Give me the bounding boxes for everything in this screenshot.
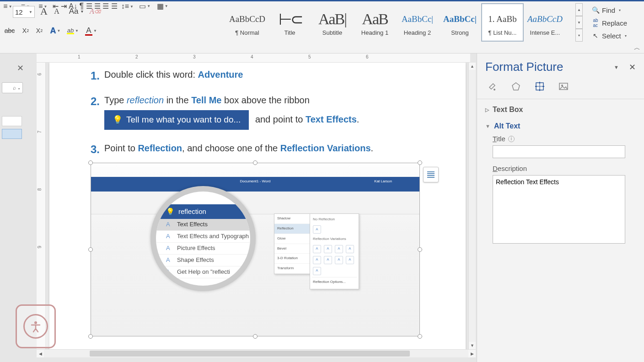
change-case-button[interactable]: Aa▼ — [68, 5, 85, 18]
navigation-search[interactable]: ⌕ ▾ — [2, 82, 23, 93]
style-name: Subtitle — [322, 29, 342, 36]
resize-handle[interactable] — [418, 160, 422, 165]
ruler-mark: 2 — [135, 54, 138, 59]
style-tile[interactable]: AaBHeading 1 — [354, 3, 396, 42]
chevron-down-icon: ▼ — [57, 29, 61, 33]
chevron-down-icon: ▾ — [625, 34, 627, 38]
scroll-left-button[interactable]: ◀ — [37, 350, 44, 357]
text-effects-button[interactable]: A▼ — [48, 24, 63, 37]
fill-tab[interactable] — [485, 80, 499, 93]
accessibility-badge[interactable] — [16, 304, 56, 348]
select-button[interactable]: ↖ Select ▾ — [590, 30, 628, 42]
section-header-textbox[interactable]: ▷ Text Box — [485, 104, 636, 116]
tell-me-pill: 💡 Tell me what you want to do... — [104, 110, 249, 129]
scroll-right-button[interactable]: ▶ — [468, 350, 476, 357]
tell-me-search: 💡 reflection — [154, 204, 252, 219]
tell-me-item: APicture Effects — [156, 243, 250, 255]
navigation-pane: ✕ ⌕ ▾ — [0, 59, 27, 155]
layout-options-button[interactable] — [423, 167, 439, 182]
picture-tab[interactable] — [557, 80, 570, 93]
style-tile[interactable]: AaBbCcD¶ Normal — [226, 3, 268, 42]
info-icon[interactable]: i — [508, 136, 515, 142]
find-button[interactable]: 🔍 Find ▾ — [590, 4, 623, 16]
flyout-item: Glow — [274, 234, 310, 244]
font-size-value: 12 — [15, 8, 23, 16]
list-item: 2. Type reflection in the Tell Me box ab… — [91, 93, 434, 132]
scroll-down-button[interactable]: ▼ — [469, 342, 476, 349]
ruler-mark: 1 — [78, 54, 80, 59]
search-icon: 🔍 — [592, 6, 599, 14]
ruler-mark: 6 — [366, 54, 369, 59]
styles-scroll-down[interactable]: ▼ — [575, 16, 583, 29]
pane-options-button[interactable]: ▼ — [614, 64, 619, 70]
scroll-up-button[interactable]: ▲ — [469, 63, 476, 70]
flyout-item: 3-D Rotation — [274, 254, 310, 264]
superscript-button[interactable]: X2 — [33, 24, 46, 37]
style-tile[interactable]: ⊢⊂Title — [268, 3, 311, 42]
styles-scroll-up[interactable]: ▲ — [575, 3, 583, 16]
style-name: ¶ List Nu... — [488, 29, 517, 36]
scroll-thumb[interactable] — [90, 351, 410, 357]
close-icon[interactable]: ✕ — [629, 62, 636, 72]
replace-icon: abac — [592, 19, 599, 27]
alt-text-title-input[interactable] — [493, 145, 625, 158]
line-spacing-button[interactable]: ↕≡▼ — [119, 2, 135, 11]
resize-handle[interactable] — [418, 247, 422, 252]
resize-handle[interactable] — [88, 334, 93, 339]
vertical-scrollbar[interactable]: ▲ ▼ — [468, 63, 476, 349]
nav-result-item[interactable] — [2, 116, 22, 126]
shrink-font-button[interactable]: A — [51, 5, 62, 18]
chevron-down-icon: ▾ — [619, 8, 621, 12]
document-area[interactable]: 1. Double click this word: Adventure 2. … — [46, 63, 470, 349]
resize-handle[interactable] — [418, 334, 422, 339]
ruler-mark: 5 — [308, 54, 311, 59]
document-content[interactable]: 1. Double click this word: Adventure 2. … — [49, 63, 466, 346]
svg-rect-0 — [427, 171, 435, 172]
selected-picture[interactable]: Document1 - Word Kat Larson 💡 reflection… — [91, 163, 420, 336]
close-icon[interactable]: ✕ — [17, 63, 24, 73]
grow-font-button[interactable]: A — [38, 5, 49, 18]
tell-me-item: AText Effects and Typograph — [156, 231, 250, 243]
svg-rect-3 — [427, 177, 435, 178]
shading-button[interactable]: ▭▼ — [137, 2, 153, 11]
nav-result-item[interactable] — [2, 129, 22, 139]
strikethrough-button[interactable]: abc — [3, 24, 16, 37]
collapse-ribbon-button[interactable]: ︿ — [634, 44, 640, 52]
styles-more-button[interactable]: ▾ — [575, 29, 583, 42]
effects-tab[interactable] — [509, 80, 523, 93]
horizontal-scrollbar[interactable]: ◀ ▶ — [37, 349, 476, 357]
chevron-down-icon: ▼ — [75, 29, 79, 33]
horizontal-ruler[interactable]: 123456 — [37, 53, 470, 63]
clear-formatting-button[interactable]: A⌫ — [90, 5, 101, 18]
list-number: 1. — [91, 67, 100, 85]
replace-button[interactable]: abac Replace — [590, 17, 629, 29]
style-tile[interactable]: AaBbCc|Heading 2 — [396, 3, 439, 42]
layout-tab[interactable] — [533, 80, 547, 93]
style-preview: AaBbCcD — [527, 9, 563, 29]
alt-text-description-input[interactable] — [493, 175, 625, 244]
format-picture-pane: Format Picture ▼ ✕ ▷ Text Box ▼ Alt Text… — [477, 53, 644, 362]
reflection-flyout: No Reflection A Reflection Variations AA… — [310, 213, 359, 289]
flyout-item: Transform — [274, 264, 310, 274]
style-tile[interactable]: AaBbCcDIntense E... — [524, 3, 566, 42]
justify-button[interactable]: ☰ — [111, 2, 118, 11]
subscript-button[interactable]: X2 — [19, 24, 32, 37]
section-header-alttext[interactable]: ▼ Alt Text — [485, 120, 636, 132]
font-size-combo[interactable]: 12 ▼ — [13, 6, 35, 18]
scroll-track[interactable] — [44, 350, 468, 357]
style-tile[interactable]: AaBbCc|Strong — [439, 3, 481, 42]
align-right-button[interactable]: ☰ — [102, 2, 109, 11]
style-tile[interactable]: 1. AaBb¶ List Nu... — [481, 3, 524, 42]
highlight-button[interactable]: ab▼ — [65, 24, 80, 37]
resize-handle[interactable] — [253, 334, 258, 339]
ruler-mark: 6 — [37, 73, 42, 76]
font-color-button[interactable]: A▼ — [83, 24, 99, 37]
flyout-header: Reflection Variations — [312, 235, 357, 243]
text-effects-flyout: ShadowReflectionGlowBevel3-D RotationTra… — [274, 213, 311, 274]
chevron-down-icon: ▼ — [80, 10, 84, 14]
borders-button[interactable]: ▦▼ — [155, 2, 170, 11]
style-preview: 1. AaBb — [488, 9, 516, 29]
style-tile[interactable]: AaB|Subtitle — [311, 3, 354, 42]
chevron-down-icon: ▼ — [29, 10, 32, 14]
flyout-item: Shadow — [274, 214, 310, 224]
